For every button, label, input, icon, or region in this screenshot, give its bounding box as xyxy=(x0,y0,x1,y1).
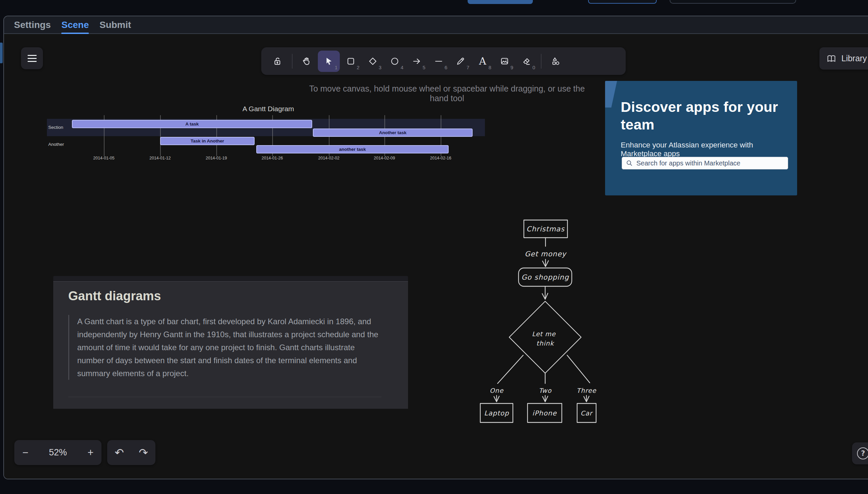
image-tool-button[interactable]: 9 xyxy=(494,51,516,72)
hamburger-icon xyxy=(27,55,37,56)
sidebar-fragment: s xyxy=(0,73,3,82)
tab-bar: Settings Scene Submit xyxy=(4,16,868,34)
marketplace-title: Discover apps for your team xyxy=(621,98,784,133)
line-icon xyxy=(434,56,444,66)
diamond-tool-button[interactable]: 3 xyxy=(362,51,384,72)
library-label: Library xyxy=(842,54,867,63)
gantt-axis-tick: 2014-01-19 xyxy=(195,156,238,160)
shortcut-label: 5 xyxy=(423,64,425,70)
top-primary-button-partial[interactable] xyxy=(468,0,533,4)
hand-icon xyxy=(302,56,312,66)
ellipse-icon xyxy=(390,56,400,66)
text-tool-button[interactable]: A 8 xyxy=(471,51,494,72)
card-title: Gantt diagrams xyxy=(68,289,161,303)
hand-tool-button[interactable] xyxy=(296,51,318,72)
sidebar-fragment: n xyxy=(0,155,3,165)
redo-icon: ↷ xyxy=(139,446,148,459)
more-shapes-button[interactable] xyxy=(545,51,567,72)
gantt-axis-tick: 2014-02-02 xyxy=(307,156,350,160)
flow-edge xyxy=(567,355,590,383)
draw-tool-button[interactable]: 7 xyxy=(450,51,471,72)
shortcut-label: 0 xyxy=(533,64,535,70)
flow-edge-label: Two xyxy=(539,387,552,394)
undo-button[interactable]: ↶ xyxy=(115,447,124,458)
selection-tool-button[interactable]: 1 xyxy=(318,51,340,72)
zoom-in-button[interactable]: + xyxy=(88,448,94,458)
canvas-hint-text: To move canvas, hold mouse wheel or spac… xyxy=(304,84,590,103)
marketplace-search-input[interactable] xyxy=(636,159,785,167)
marketplace-search[interactable] xyxy=(622,157,788,169)
eraser-icon xyxy=(522,56,532,66)
gantt-diagram[interactable]: A Gantt Diagram A task Another task Task… xyxy=(47,105,489,165)
flow-node-label: think xyxy=(537,340,555,347)
shortcut-label: 4 xyxy=(401,64,403,70)
tool-toolbar: 1 2 3 4 5 6 xyxy=(261,47,626,75)
undo-icon: ↶ xyxy=(115,446,124,459)
tab-settings[interactable]: Settings xyxy=(14,16,51,33)
diamond-icon xyxy=(368,56,378,66)
main-menu-button[interactable] xyxy=(21,47,43,69)
ellipse-tool-button[interactable]: 4 xyxy=(384,51,406,72)
scene-panel: Settings Scene Submit xyxy=(3,16,868,479)
arrow-tool-button[interactable]: 5 xyxy=(406,51,428,72)
sidebar-fragment: s xyxy=(0,104,3,114)
flow-node-label: Laptop xyxy=(484,409,509,417)
gantt-bar: Task in Another xyxy=(160,137,255,145)
zoom-level[interactable]: 52% xyxy=(49,448,67,458)
marketplace-card[interactable]: Discover apps for your team Enhance your… xyxy=(605,81,797,195)
top-secondary-button-partial[interactable] xyxy=(588,0,657,4)
flow-node-label: iPhone xyxy=(532,409,557,417)
text-icon: A xyxy=(479,56,486,66)
redo-button[interactable]: ↷ xyxy=(139,447,148,458)
marketplace-subtitle: Enhance your Atlassian experience with M… xyxy=(621,141,794,158)
tab-submit[interactable]: Submit xyxy=(99,16,131,33)
shortcut-label: 2 xyxy=(357,64,360,70)
sidebar-selected-item-partial[interactable] xyxy=(0,43,3,63)
flow-node-label: Go shopping xyxy=(521,273,569,281)
book-icon xyxy=(826,54,837,63)
gantt-bar: another task xyxy=(256,145,449,153)
tab-scene[interactable]: Scene xyxy=(61,16,89,33)
shortcut-label: 1 xyxy=(335,64,337,70)
card-quote-text: A Gantt chart is a type of bar chart, fi… xyxy=(68,315,381,380)
line-tool-button[interactable]: 6 xyxy=(428,51,450,72)
flow-edge-label: Get money xyxy=(524,250,567,258)
pencil-icon xyxy=(456,56,466,66)
help-icon: ? xyxy=(857,448,868,459)
eraser-tool-button[interactable]: 0 xyxy=(516,51,538,72)
shortcut-label: 7 xyxy=(467,64,469,70)
image-icon xyxy=(500,56,509,66)
cursor-icon xyxy=(324,56,334,66)
rectangle-tool-button[interactable]: 2 xyxy=(340,51,362,72)
gantt-section-label: Section xyxy=(48,125,63,130)
shortcut-label: 9 xyxy=(510,64,513,70)
gantt-axis-tick: 2014-01-26 xyxy=(251,156,294,160)
search-icon xyxy=(625,159,633,167)
ribbon-decoration xyxy=(605,81,617,108)
zoom-controls: − 52% + xyxy=(14,440,101,465)
drawing-canvas[interactable]: 1 2 3 4 5 6 xyxy=(4,34,868,479)
gantt-text-card-body: Gantt diagrams A Gantt chart is a type o… xyxy=(53,281,408,409)
flow-node-label: Car xyxy=(580,410,593,417)
gantt-section-label: Another xyxy=(48,142,64,147)
flow-node-label: Christmas xyxy=(526,225,565,233)
flow-node-label: Let me xyxy=(532,330,556,338)
rectangle-icon xyxy=(346,56,356,66)
gantt-text-card[interactable]: Gantt diagrams A Gantt chart is a type o… xyxy=(53,276,408,409)
arrow-icon xyxy=(412,56,422,66)
top-input-partial[interactable] xyxy=(670,0,796,4)
gantt-axis-tick: 2014-01-05 xyxy=(82,156,126,160)
zoom-out-button[interactable]: − xyxy=(22,448,28,458)
gantt-axis-tick: 2014-01-12 xyxy=(138,156,182,160)
help-button[interactable]: ? xyxy=(852,442,868,464)
flowchart-diagram[interactable]: Christmas Get money Go shopping Let me t… xyxy=(472,216,602,430)
toolbar-divider xyxy=(541,54,541,69)
library-button[interactable]: Library xyxy=(819,47,868,70)
shortcut-label: 8 xyxy=(488,64,491,70)
flow-edge-label: Three xyxy=(576,387,596,394)
history-controls: ↶ ↷ xyxy=(107,440,155,465)
gantt-axis-tick: 2014-02-16 xyxy=(419,156,462,160)
toolbar-divider xyxy=(292,54,292,69)
shapes-icon xyxy=(551,56,561,66)
lock-tool-button[interactable] xyxy=(267,51,289,72)
